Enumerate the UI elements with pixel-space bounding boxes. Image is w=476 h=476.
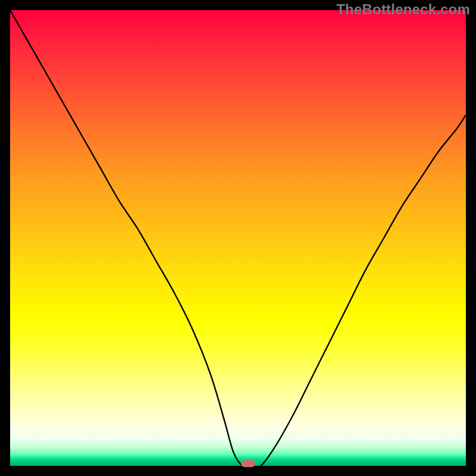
optimum-marker bbox=[241, 460, 255, 467]
chart-plot-area bbox=[10, 10, 466, 466]
watermark-text: TheBottleneck.com bbox=[336, 1, 470, 18]
